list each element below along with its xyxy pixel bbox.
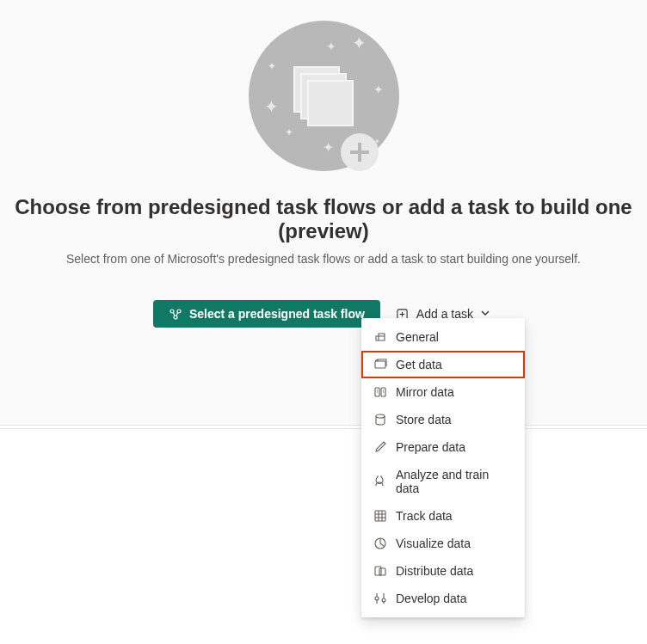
- menu-item-analyze-data[interactable]: Analyze and train data: [361, 461, 525, 502]
- menu-item-label: Visualize data: [396, 537, 471, 550]
- menu-item-track-data[interactable]: Track data: [361, 502, 525, 530]
- svg-point-7: [376, 414, 385, 418]
- track-data-icon: [373, 509, 387, 523]
- visualize-data-icon: [373, 537, 387, 550]
- svg-point-0: [170, 310, 174, 313]
- svg-rect-8: [375, 511, 385, 521]
- page-heading: Choose from predesigned task flows or ad…: [0, 195, 647, 243]
- menu-item-label: Prepare data: [396, 440, 465, 454]
- menu-item-label: Mirror data: [396, 385, 454, 399]
- menu-item-get-data[interactable]: Get data: [361, 351, 525, 378]
- bottom-panel: [0, 429, 647, 644]
- svg-point-12: [375, 597, 379, 600]
- prepare-data-icon: [373, 440, 387, 454]
- menu-item-develop-data[interactable]: Develop data: [361, 585, 525, 612]
- menu-item-distribute-data[interactable]: Distribute data: [361, 557, 525, 585]
- svg-point-13: [382, 598, 385, 602]
- menu-item-label: Store data: [396, 413, 452, 426]
- menu-item-visualize-data[interactable]: Visualize data: [361, 530, 525, 557]
- analyze-data-icon: [373, 475, 387, 488]
- store-data-icon: [373, 413, 387, 426]
- svg-rect-11: [379, 568, 385, 575]
- develop-data-icon: [373, 592, 387, 605]
- mirror-data-icon: [373, 385, 387, 399]
- task-flow-icon: [169, 307, 182, 321]
- menu-item-label: Distribute data: [396, 564, 473, 578]
- svg-point-1: [177, 310, 181, 313]
- menu-item-label: General: [396, 330, 439, 344]
- hero-illustration: ✦ ✦ ✦ ✦ ✦ ✦ ✦ ✦: [249, 21, 399, 171]
- main-content: ✦ ✦ ✦ ✦ ✦ ✦ ✦ ✦ Choose from predesigned …: [0, 0, 647, 328]
- general-icon: [373, 330, 387, 344]
- menu-item-label: Analyze and train data: [396, 468, 513, 495]
- menu-item-label: Track data: [396, 509, 453, 523]
- menu-item-label: Get data: [396, 358, 442, 371]
- svg-rect-4: [375, 361, 385, 368]
- get-data-icon: [373, 358, 387, 371]
- page-subtext: Select from one of Microsoft's predesign…: [66, 252, 581, 266]
- menu-item-store-data[interactable]: Store data: [361, 406, 525, 433]
- menu-item-label: Develop data: [396, 592, 467, 605]
- menu-item-general[interactable]: General: [361, 323, 525, 351]
- distribute-data-icon: [373, 564, 387, 578]
- select-predesigned-button[interactable]: Select a predesigned task flow: [153, 300, 380, 328]
- menu-item-mirror-data[interactable]: Mirror data: [361, 378, 525, 406]
- primary-button-label: Select a predesigned task flow: [189, 307, 365, 321]
- menu-item-prepare-data[interactable]: Prepare data: [361, 433, 525, 461]
- add-task-menu: General Get data Mirror data Store data …: [361, 318, 525, 617]
